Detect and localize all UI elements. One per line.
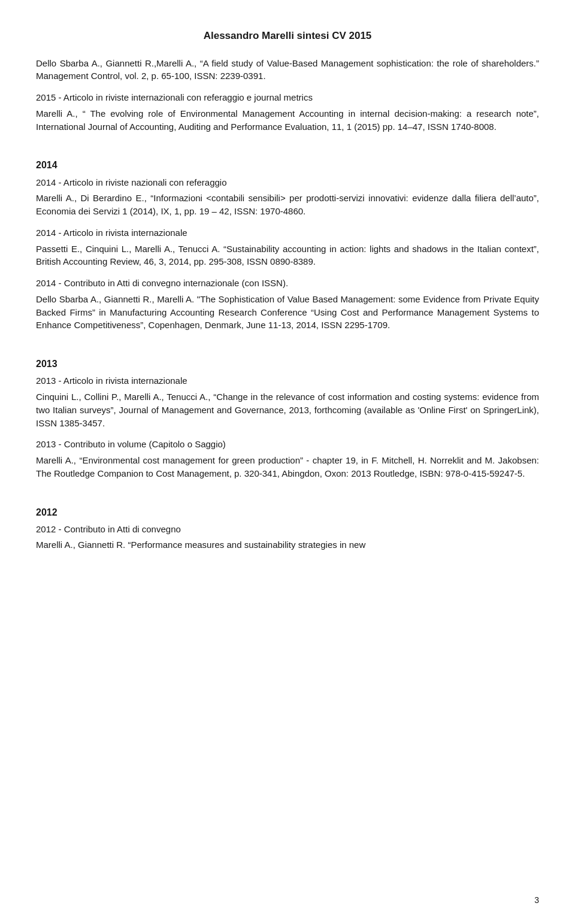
entry-intro-entry: Dello Sbarba A., Giannetti R.,Marelli A.… bbox=[36, 57, 539, 83]
category-label-cat-2013-rivista-internazionale: 2013 - Articolo in rivista internazional… bbox=[36, 374, 539, 387]
year-heading-year-2012: 2012 bbox=[36, 505, 539, 519]
page-title: Alessandro Marelli sintesi CV 2015 bbox=[36, 29, 539, 44]
spacer-spacer-2014 bbox=[36, 141, 539, 152]
category-label-cat-2014-rivista-internazionale: 2014 - Articolo in rivista internazional… bbox=[36, 226, 539, 240]
spacer-spacer-2013 bbox=[36, 340, 539, 351]
year-heading-year-2014: 2014 bbox=[36, 158, 539, 172]
cv-page: Alessandro Marelli sintesi CV 2015 Dello… bbox=[0, 0, 575, 924]
year-heading-year-2013: 2013 bbox=[36, 357, 539, 371]
page-number: 3 bbox=[534, 894, 539, 906]
entry-entry-2013-marelli-environmental: Marelli A., “Environmental cost manageme… bbox=[36, 454, 539, 480]
spacer-spacer-2012 bbox=[36, 489, 539, 499]
category-label-cat-2014-contributo-convegno: 2014 - Contributo in Atti di convegno in… bbox=[36, 277, 539, 290]
entry-entry-2014-marelli-informazioni: Marelli A., Di Berardino E., “Informazio… bbox=[36, 192, 539, 218]
entry-entry-2015-marelli-evolving: Marelli A., “ The evolving role of Envir… bbox=[36, 107, 539, 134]
entry-entry-2014-delloSbarba-sophistication: Dello Sbarba A., Giannetti R., Marelli A… bbox=[36, 293, 539, 332]
category-label-cat-2013-contributo-volume: 2013 - Contributo in volume (Capitolo o … bbox=[36, 438, 539, 451]
category-label-cat-2012-contributo-convegno: 2012 - Contributo in Atti di convegno bbox=[36, 523, 539, 536]
sections-container: Dello Sbarba A., Giannetti R.,Marelli A.… bbox=[36, 57, 539, 552]
entry-entry-2012-marelli-giannetti-performance: Marelli A., Giannetti R. “Performance me… bbox=[36, 538, 539, 552]
entry-entry-2014-passetti-sustainability: Passetti E., Cinquini L., Marelli A., Te… bbox=[36, 243, 539, 269]
entry-entry-2013-cinquini-change: Cinquini L., Collini P., Marelli A., Ten… bbox=[36, 390, 539, 429]
category-label-cat-2015-riviste-internazionali: 2015 - Articolo in riviste internazional… bbox=[36, 91, 539, 104]
category-label-cat-2014-riviste-nazionali: 2014 - Articolo in riviste nazionali con… bbox=[36, 176, 539, 189]
